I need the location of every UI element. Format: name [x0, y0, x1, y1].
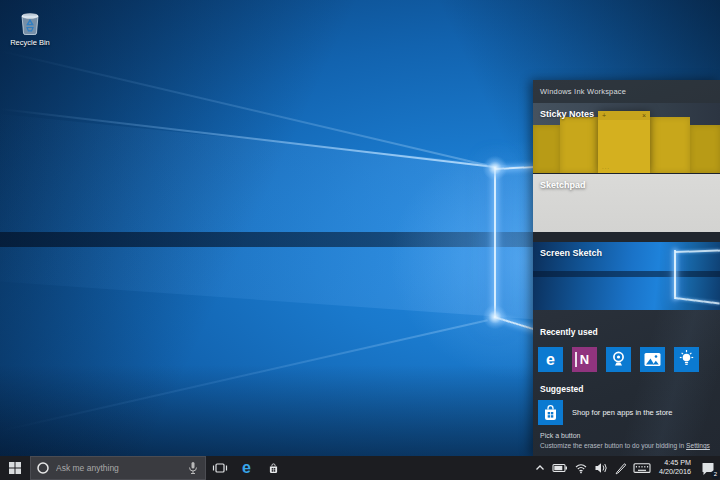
store-taskbar-button[interactable]	[260, 456, 287, 480]
cortana-icon	[36, 461, 50, 475]
screen-sketch-thumbnail-window-edge	[674, 250, 676, 299]
sticky-note-dots: ...	[602, 164, 610, 170]
recent-app-tips[interactable]	[674, 347, 699, 372]
sticky-note-close-icon: ×	[642, 111, 646, 120]
onenote-icon: N	[580, 353, 589, 366]
action-center-button[interactable]: 2	[696, 456, 720, 480]
photos-icon	[640, 347, 665, 372]
clock[interactable]: 4:45 PM 4/20/2016	[654, 459, 696, 476]
network-button[interactable]	[571, 456, 591, 480]
task-view-button[interactable]	[206, 456, 233, 480]
suggested-label: Suggested	[540, 384, 583, 394]
recent-app-edge[interactable]: e	[538, 347, 563, 372]
panel-section-divider	[533, 232, 720, 242]
wifi-icon	[574, 462, 588, 474]
panel-lower-area: Recently used e N	[533, 310, 720, 456]
edge-taskbar-button[interactable]: e	[233, 456, 260, 480]
edge-icon: e	[546, 352, 555, 368]
recycle-bin[interactable]: Recycle Bin	[2, 8, 58, 47]
keyboard-icon	[633, 462, 651, 474]
store-tile	[538, 400, 563, 425]
desktop: Recycle Bin Windows Ink Workspace Sticky…	[0, 0, 720, 480]
store-icon	[266, 461, 281, 476]
onenote-strip	[575, 352, 577, 367]
recent-app-camera[interactable]	[606, 347, 631, 372]
speaker-icon	[594, 462, 608, 474]
settings-link[interactable]: Settings	[686, 442, 710, 449]
chevron-up-icon	[534, 463, 546, 473]
panel-footer: Pick a button Customize the eraser butto…	[540, 432, 716, 449]
wallpaper-window-edge	[494, 167, 496, 318]
battery-button[interactable]	[549, 456, 571, 480]
windows-logo-icon	[8, 461, 22, 475]
sticky-note-preview	[533, 125, 560, 173]
clock-date: 4/20/2016	[659, 468, 691, 477]
ink-workspace-header: Windows Ink Workspace	[533, 80, 720, 103]
edge-icon: e	[242, 460, 251, 476]
volume-button[interactable]	[591, 456, 611, 480]
customize-eraser-text: Customize the eraser button to do your b…	[540, 442, 716, 449]
camera-icon	[606, 347, 631, 372]
recent-app-photos[interactable]	[640, 347, 665, 372]
store-icon	[538, 400, 563, 425]
sticky-note-preview	[690, 125, 720, 173]
search-input[interactable]	[50, 463, 187, 473]
sticky-note-header: + ×	[598, 111, 650, 120]
suggested-item[interactable]: Shop for pen apps in the store	[538, 400, 716, 425]
recent-app-onenote[interactable]: N	[572, 347, 597, 372]
sticky-note-preview	[650, 117, 690, 173]
sticky-notes-section[interactable]: Sticky Notes + × ...	[533, 103, 720, 173]
sticky-note-preview	[560, 117, 598, 173]
windows-ink-workspace-button[interactable]	[611, 456, 630, 480]
pick-a-button-label: Pick a button	[540, 432, 716, 439]
recycle-bin-icon	[2, 8, 58, 36]
screen-sketch-section[interactable]: Screen Sketch	[533, 242, 720, 310]
wallpaper-dark-band	[0, 232, 533, 247]
cortana-search-box[interactable]	[30, 456, 206, 480]
microphone-icon[interactable]	[187, 461, 199, 475]
battery-icon	[552, 462, 568, 474]
screen-sketch-thumbnail-band	[533, 271, 720, 277]
ink-workspace-panel: Windows Ink Workspace Sticky Notes + × .…	[533, 80, 720, 456]
sketchpad-section[interactable]: Sketchpad	[533, 173, 720, 232]
recycle-bin-label: Recycle Bin	[2, 38, 58, 47]
suggested-item-text: Shop for pen apps in the store	[572, 408, 673, 417]
screen-sketch-title: Screen Sketch	[540, 248, 602, 258]
recently-used-tiles: e N	[538, 347, 699, 372]
pen-icon	[614, 462, 627, 475]
start-button[interactable]	[0, 456, 30, 480]
sticky-note-preview: + × ...	[598, 111, 650, 173]
sticky-note-add-icon: +	[602, 111, 606, 120]
touch-keyboard-button[interactable]	[630, 456, 654, 480]
show-hidden-icons-button[interactable]	[531, 456, 549, 480]
sticky-notes-title: Sticky Notes	[540, 109, 594, 119]
recently-used-label: Recently used	[540, 327, 598, 337]
ink-workspace-title: Windows Ink Workspace	[540, 87, 626, 96]
system-tray: 4:45 PM 4/20/2016 2	[531, 456, 720, 480]
lightbulb-icon	[674, 347, 699, 372]
task-view-icon	[212, 461, 228, 475]
sketchpad-title: Sketchpad	[540, 180, 586, 190]
notification-badge: 2	[711, 470, 720, 479]
taskbar: e	[0, 456, 720, 480]
